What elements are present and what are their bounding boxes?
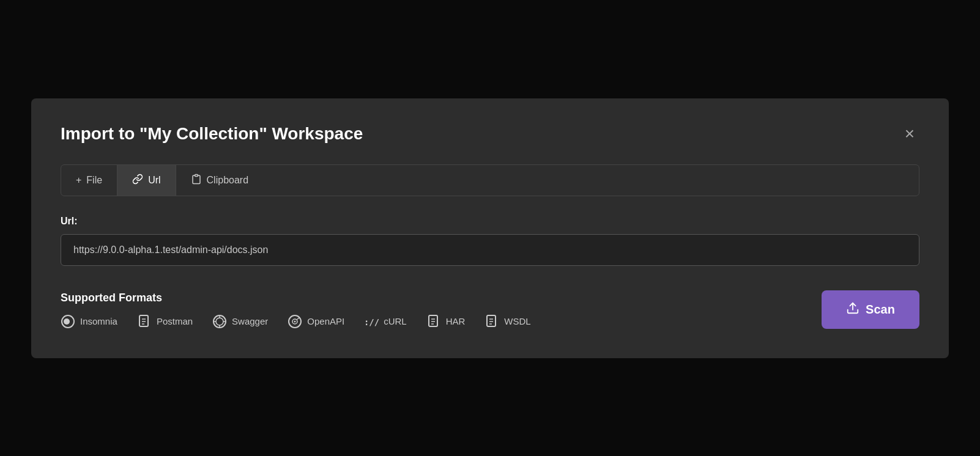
tab-url-label: Url bbox=[148, 175, 160, 186]
supported-formats-title: Supported Formats bbox=[61, 292, 822, 304]
format-postman-label: Postman bbox=[157, 316, 193, 326]
tabs-container: + File Url Clipb bbox=[61, 164, 919, 196]
plus-icon: + bbox=[76, 175, 81, 186]
format-openapi: OpenAPI bbox=[288, 314, 344, 329]
tab-clipboard[interactable]: Clipboard bbox=[176, 165, 263, 196]
svg-rect-22 bbox=[487, 315, 496, 326]
format-har: HAR bbox=[426, 314, 466, 329]
formats-list: Insomnia Postman bbox=[61, 314, 822, 329]
close-button[interactable]: × bbox=[900, 123, 919, 145]
clipboard-icon bbox=[191, 174, 202, 187]
svg-point-2 bbox=[64, 318, 70, 325]
bottom-row: Supported Formats Insomnia bbox=[61, 290, 919, 329]
url-label: Url: bbox=[61, 216, 919, 227]
tab-file[interactable]: + File bbox=[61, 165, 117, 196]
format-openapi-label: OpenAPI bbox=[307, 316, 344, 326]
format-curl: :// cURL bbox=[364, 314, 407, 329]
format-wsdl-label: WSDL bbox=[504, 316, 530, 326]
backdrop: Import to "My Collection" Workspace × + … bbox=[0, 0, 980, 456]
svg-point-15 bbox=[294, 320, 296, 322]
insomnia-icon bbox=[61, 314, 75, 329]
wsdl-icon bbox=[484, 314, 499, 329]
scan-button-label: Scan bbox=[866, 303, 895, 317]
tab-url[interactable]: Url bbox=[117, 165, 176, 196]
svg-point-8 bbox=[216, 318, 223, 325]
modal-title: Import to "My Collection" Workspace bbox=[61, 124, 363, 144]
supported-formats-section: Supported Formats Insomnia bbox=[61, 292, 822, 329]
curl-icon: :// bbox=[364, 314, 379, 329]
svg-rect-3 bbox=[139, 315, 148, 326]
har-icon bbox=[426, 314, 441, 329]
svg-rect-0 bbox=[195, 174, 198, 176]
format-har-label: HAR bbox=[446, 316, 466, 326]
format-insomnia-label: Insomnia bbox=[80, 316, 117, 326]
format-swagger: Swagger bbox=[212, 314, 268, 329]
format-swagger-label: Swagger bbox=[232, 316, 268, 326]
link-icon bbox=[132, 174, 143, 187]
scan-button[interactable]: Scan bbox=[822, 290, 919, 329]
format-postman: Postman bbox=[137, 314, 193, 329]
format-wsdl: WSDL bbox=[484, 314, 530, 329]
url-input[interactable] bbox=[61, 234, 919, 266]
modal: Import to "My Collection" Workspace × + … bbox=[31, 98, 949, 358]
swagger-icon bbox=[212, 314, 227, 329]
format-curl-label: cURL bbox=[384, 316, 407, 326]
svg-rect-18 bbox=[429, 315, 437, 326]
modal-header: Import to "My Collection" Workspace × bbox=[61, 123, 919, 145]
format-insomnia: Insomnia bbox=[61, 314, 117, 329]
svg-text:://: :// bbox=[364, 317, 379, 326]
tab-file-label: File bbox=[86, 175, 102, 186]
svg-line-16 bbox=[297, 317, 300, 320]
scan-icon bbox=[846, 301, 859, 318]
openapi-icon bbox=[288, 314, 302, 329]
tab-clipboard-label: Clipboard bbox=[207, 175, 248, 186]
postman-icon bbox=[137, 314, 152, 329]
